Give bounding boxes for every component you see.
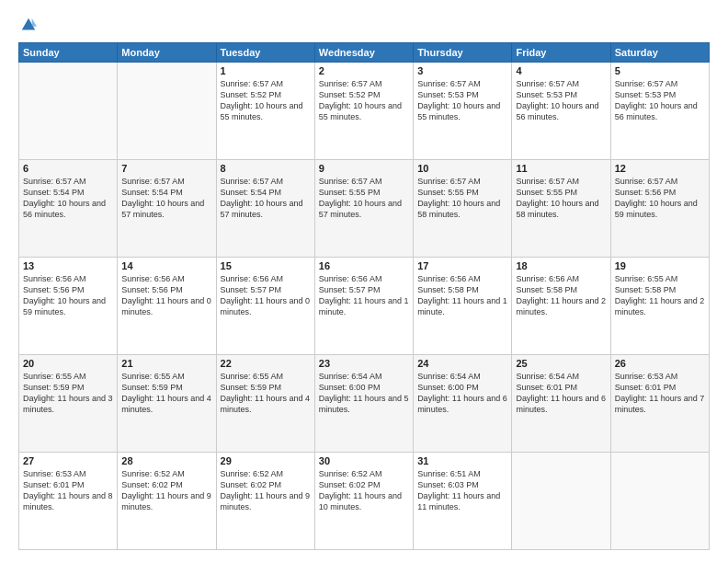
cell-content: Sunrise: 6:54 AM Sunset: 6:00 PM Dayligh… xyxy=(319,371,409,416)
cell-content: Sunrise: 6:53 AM Sunset: 6:01 PM Dayligh… xyxy=(23,468,113,513)
calendar-cell: 24Sunrise: 6:54 AM Sunset: 6:00 PM Dayli… xyxy=(414,355,512,453)
calendar-cell: 3Sunrise: 6:57 AM Sunset: 5:53 PM Daylig… xyxy=(414,63,512,160)
calendar-cell: 14Sunrise: 6:56 AM Sunset: 5:56 PM Dayli… xyxy=(118,258,216,355)
day-header-wednesday: Wednesday xyxy=(314,43,413,63)
calendar-cell: 5Sunrise: 6:57 AM Sunset: 5:53 PM Daylig… xyxy=(610,63,709,160)
calendar-cell: 21Sunrise: 6:55 AM Sunset: 5:59 PM Dayli… xyxy=(118,355,216,453)
day-number: 31 xyxy=(417,455,507,466)
cell-content: Sunrise: 6:57 AM Sunset: 5:52 PM Dayligh… xyxy=(221,78,311,123)
day-number: 28 xyxy=(121,455,211,466)
cell-content: Sunrise: 6:55 AM Sunset: 5:59 PM Dayligh… xyxy=(221,371,311,416)
calendar-row-1: 1Sunrise: 6:57 AM Sunset: 5:52 PM Daylig… xyxy=(19,63,710,160)
day-number: 15 xyxy=(221,260,311,271)
calendar-row-5: 27Sunrise: 6:53 AM Sunset: 6:01 PM Dayli… xyxy=(19,453,710,550)
cell-content: Sunrise: 6:51 AM Sunset: 6:03 PM Dayligh… xyxy=(417,468,507,513)
cell-content: Sunrise: 6:57 AM Sunset: 5:52 PM Dayligh… xyxy=(319,78,409,123)
calendar-cell: 17Sunrise: 6:56 AM Sunset: 5:58 PM Dayli… xyxy=(414,258,512,355)
day-number: 1 xyxy=(221,65,311,76)
cell-content: Sunrise: 6:57 AM Sunset: 5:53 PM Dayligh… xyxy=(417,78,507,123)
cell-content: Sunrise: 6:52 AM Sunset: 6:02 PM Dayligh… xyxy=(121,468,211,513)
cell-content: Sunrise: 6:57 AM Sunset: 5:56 PM Dayligh… xyxy=(615,176,705,221)
day-number: 23 xyxy=(319,358,409,369)
day-number: 3 xyxy=(417,65,507,76)
calendar-cell: 16Sunrise: 6:56 AM Sunset: 5:57 PM Dayli… xyxy=(314,258,413,355)
cell-content: Sunrise: 6:53 AM Sunset: 6:01 PM Dayligh… xyxy=(615,371,705,416)
day-number: 7 xyxy=(121,163,211,174)
calendar-cell: 31Sunrise: 6:51 AM Sunset: 6:03 PM Dayli… xyxy=(414,453,512,550)
cell-content: Sunrise: 6:55 AM Sunset: 5:59 PM Dayligh… xyxy=(23,371,113,416)
calendar-cell: 9Sunrise: 6:57 AM Sunset: 5:55 PM Daylig… xyxy=(314,160,413,258)
day-header-tuesday: Tuesday xyxy=(216,43,314,63)
cell-content: Sunrise: 6:56 AM Sunset: 5:57 PM Dayligh… xyxy=(221,273,311,318)
calendar-row-3: 13Sunrise: 6:56 AM Sunset: 5:56 PM Dayli… xyxy=(19,258,710,355)
day-number: 29 xyxy=(221,455,311,466)
cell-content: Sunrise: 6:55 AM Sunset: 5:59 PM Dayligh… xyxy=(121,371,211,416)
cell-content: Sunrise: 6:52 AM Sunset: 6:02 PM Dayligh… xyxy=(221,468,311,513)
calendar-cell xyxy=(610,453,709,550)
day-number: 21 xyxy=(121,358,211,369)
day-number: 30 xyxy=(319,455,409,466)
logo-icon xyxy=(20,17,37,33)
day-number: 20 xyxy=(23,358,113,369)
calendar-cell: 30Sunrise: 6:52 AM Sunset: 6:02 PM Dayli… xyxy=(314,453,413,550)
day-number: 18 xyxy=(516,260,606,271)
day-number: 9 xyxy=(319,163,409,174)
calendar-cell: 18Sunrise: 6:56 AM Sunset: 5:58 PM Dayli… xyxy=(512,258,610,355)
calendar-cell: 15Sunrise: 6:56 AM Sunset: 5:57 PM Dayli… xyxy=(216,258,314,355)
cell-content: Sunrise: 6:52 AM Sunset: 6:02 PM Dayligh… xyxy=(319,468,409,513)
day-header-friday: Friday xyxy=(512,43,610,63)
calendar-cell xyxy=(19,63,118,160)
day-number: 11 xyxy=(516,163,606,174)
day-number: 25 xyxy=(516,358,606,369)
cell-content: Sunrise: 6:57 AM Sunset: 5:55 PM Dayligh… xyxy=(516,176,606,221)
calendar-cell: 23Sunrise: 6:54 AM Sunset: 6:00 PM Dayli… xyxy=(314,355,413,453)
calendar-cell: 22Sunrise: 6:55 AM Sunset: 5:59 PM Dayli… xyxy=(216,355,314,453)
cell-content: Sunrise: 6:56 AM Sunset: 5:57 PM Dayligh… xyxy=(319,273,409,318)
day-header-thursday: Thursday xyxy=(414,43,512,63)
calendar-cell: 20Sunrise: 6:55 AM Sunset: 5:59 PM Dayli… xyxy=(19,355,118,453)
day-number: 22 xyxy=(221,358,311,369)
calendar-table: SundayMondayTuesdayWednesdayThursdayFrid… xyxy=(18,42,710,550)
day-number: 2 xyxy=(319,65,409,76)
calendar-cell: 4Sunrise: 6:57 AM Sunset: 5:53 PM Daylig… xyxy=(512,63,610,160)
day-number: 19 xyxy=(615,260,705,271)
day-number: 10 xyxy=(417,163,507,174)
cell-content: Sunrise: 6:54 AM Sunset: 6:01 PM Dayligh… xyxy=(516,371,606,416)
day-number: 4 xyxy=(516,65,606,76)
calendar-cell: 2Sunrise: 6:57 AM Sunset: 5:52 PM Daylig… xyxy=(314,63,413,160)
day-header-saturday: Saturday xyxy=(610,43,709,63)
day-number: 27 xyxy=(23,455,113,466)
calendar-cell: 11Sunrise: 6:57 AM Sunset: 5:55 PM Dayli… xyxy=(512,160,610,258)
cell-content: Sunrise: 6:57 AM Sunset: 5:54 PM Dayligh… xyxy=(23,176,113,221)
cell-content: Sunrise: 6:57 AM Sunset: 5:53 PM Dayligh… xyxy=(516,78,606,123)
calendar-cell: 26Sunrise: 6:53 AM Sunset: 6:01 PM Dayli… xyxy=(610,355,709,453)
cell-content: Sunrise: 6:56 AM Sunset: 5:56 PM Dayligh… xyxy=(121,273,211,318)
cell-content: Sunrise: 6:56 AM Sunset: 5:56 PM Dayligh… xyxy=(23,273,113,318)
day-number: 26 xyxy=(615,358,705,369)
day-number: 13 xyxy=(23,260,113,271)
cell-content: Sunrise: 6:56 AM Sunset: 5:58 PM Dayligh… xyxy=(417,273,507,318)
calendar-cell: 27Sunrise: 6:53 AM Sunset: 6:01 PM Dayli… xyxy=(19,453,118,550)
day-number: 14 xyxy=(121,260,211,271)
cell-content: Sunrise: 6:55 AM Sunset: 5:58 PM Dayligh… xyxy=(615,273,705,318)
svg-marker-1 xyxy=(32,18,37,27)
calendar-cell: 1Sunrise: 6:57 AM Sunset: 5:52 PM Daylig… xyxy=(216,63,314,160)
day-number: 24 xyxy=(417,358,507,369)
calendar-cell xyxy=(118,63,216,160)
day-number: 16 xyxy=(319,260,409,271)
calendar-cell: 12Sunrise: 6:57 AM Sunset: 5:56 PM Dayli… xyxy=(610,160,709,258)
calendar-cell: 19Sunrise: 6:55 AM Sunset: 5:58 PM Dayli… xyxy=(610,258,709,355)
day-header-sunday: Sunday xyxy=(19,43,118,63)
header xyxy=(18,17,710,33)
day-number: 12 xyxy=(615,163,705,174)
cell-content: Sunrise: 6:57 AM Sunset: 5:53 PM Dayligh… xyxy=(615,78,705,123)
cell-content: Sunrise: 6:54 AM Sunset: 6:00 PM Dayligh… xyxy=(417,371,507,416)
calendar-row-4: 20Sunrise: 6:55 AM Sunset: 5:59 PM Dayli… xyxy=(19,355,710,453)
cell-content: Sunrise: 6:57 AM Sunset: 5:54 PM Dayligh… xyxy=(121,176,211,221)
calendar-header-row: SundayMondayTuesdayWednesdayThursdayFrid… xyxy=(19,43,710,63)
calendar-cell: 25Sunrise: 6:54 AM Sunset: 6:01 PM Dayli… xyxy=(512,355,610,453)
cell-content: Sunrise: 6:57 AM Sunset: 5:55 PM Dayligh… xyxy=(417,176,507,221)
calendar-cell xyxy=(512,453,610,550)
page: SundayMondayTuesdayWednesdayThursdayFrid… xyxy=(0,0,728,563)
calendar-cell: 8Sunrise: 6:57 AM Sunset: 5:54 PM Daylig… xyxy=(216,160,314,258)
